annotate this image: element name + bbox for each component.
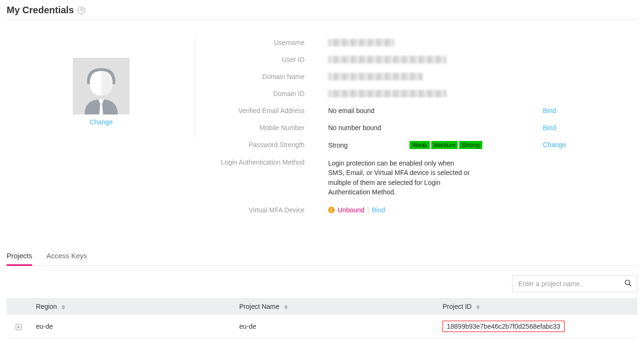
avatar-column: Change [7, 34, 196, 219]
avatar-placeholder-icon [78, 62, 125, 114]
bind-email-link[interactable]: Bind [543, 107, 556, 114]
region-header-label: Region [36, 303, 57, 310]
search-input[interactable] [517, 280, 620, 288]
expand-row-icon[interactable]: + [16, 324, 22, 330]
password-label: Password Strength [196, 141, 328, 149]
project-name-header-label: Project Name [239, 303, 279, 310]
login-auth-value: Login protection can be enabled only whe… [328, 158, 543, 197]
project-id-cell: 18899b93e7be46c2b7f0d2568efabc33 [437, 315, 637, 338]
username-value [328, 39, 543, 46]
region-header[interactable]: Region [30, 298, 234, 315]
domain-name-value [328, 73, 543, 80]
mfa-separator: | [367, 206, 369, 214]
tabs: Projects Access Keys [7, 247, 637, 266]
project-id-header-label: Project ID [443, 303, 471, 310]
region-cell: eu-de [30, 315, 234, 338]
sort-icon[interactable] [476, 305, 480, 309]
change-password-link[interactable]: Change [543, 141, 566, 149]
mfa-status: Unbound [338, 206, 365, 214]
search-row [7, 266, 637, 298]
profile-section: Change Username User ID Domain Name Doma… [7, 20, 637, 228]
bind-mobile-link[interactable]: Bind [543, 124, 556, 131]
project-id-value: 18899b93e7be46c2b7f0d2568efabc33 [443, 321, 565, 332]
project-id-header[interactable]: Project ID [437, 298, 637, 315]
avatar [73, 58, 130, 114]
login-auth-description: Login protection can be enabled only whe… [328, 158, 470, 197]
mfa-label: Virtual MFA Device [196, 206, 328, 214]
domain-id-label: Domain ID [196, 90, 328, 97]
table-header-row: Region Project Name Project ID [7, 298, 637, 315]
domain-name-label: Domain Name [196, 73, 328, 80]
strength-medium: Medium [431, 141, 458, 149]
email-value: No email bound [328, 107, 543, 114]
projects-table: Region Project Name Project ID + eu-de e… [7, 298, 637, 338]
domain-id-value [328, 90, 543, 97]
tab-projects[interactable]: Projects [7, 247, 32, 266]
page-header: My Credentials ? [7, 5, 637, 20]
mobile-label: Mobile Number [196, 124, 328, 131]
project-name-header[interactable]: Project Name [234, 298, 437, 315]
expand-header [7, 298, 30, 315]
login-auth-label: Login Authentication Method [196, 158, 328, 166]
password-strength-meter: Weak Medium Strong [409, 141, 482, 149]
password-value: Strong Weak Medium Strong [328, 141, 543, 149]
tab-access-keys[interactable]: Access Keys [46, 247, 87, 265]
page-title: My Credentials [7, 5, 74, 16]
search-icon[interactable] [624, 279, 632, 289]
sort-icon[interactable] [284, 305, 288, 309]
table-row: + eu-de eu-de 18899b93e7be46c2b7f0d2568e… [7, 315, 637, 338]
svg-line-1 [629, 284, 631, 286]
svg-point-0 [625, 280, 630, 285]
mfa-value: ! Unbound | Bind [328, 206, 543, 214]
sort-icon[interactable] [61, 305, 65, 309]
user-id-label: User ID [196, 56, 328, 63]
warning-icon: ! [328, 207, 335, 213]
help-icon[interactable]: ? [78, 7, 85, 14]
details-column: Username User ID Domain Name Domain ID V… [196, 34, 637, 219]
bind-mfa-link[interactable]: Bind [372, 206, 385, 214]
user-id-value [328, 56, 543, 63]
username-label: Username [196, 39, 328, 46]
strength-weak: Weak [409, 141, 430, 149]
change-avatar-link[interactable]: Change [89, 118, 113, 126]
search-box [512, 275, 637, 292]
email-label: Verified Email Address [196, 107, 328, 114]
mobile-value: No number bound [328, 124, 543, 131]
project-name-cell: eu-de [234, 315, 437, 338]
strength-strong: Strong [459, 141, 482, 149]
password-strength-text: Strong [328, 141, 380, 149]
